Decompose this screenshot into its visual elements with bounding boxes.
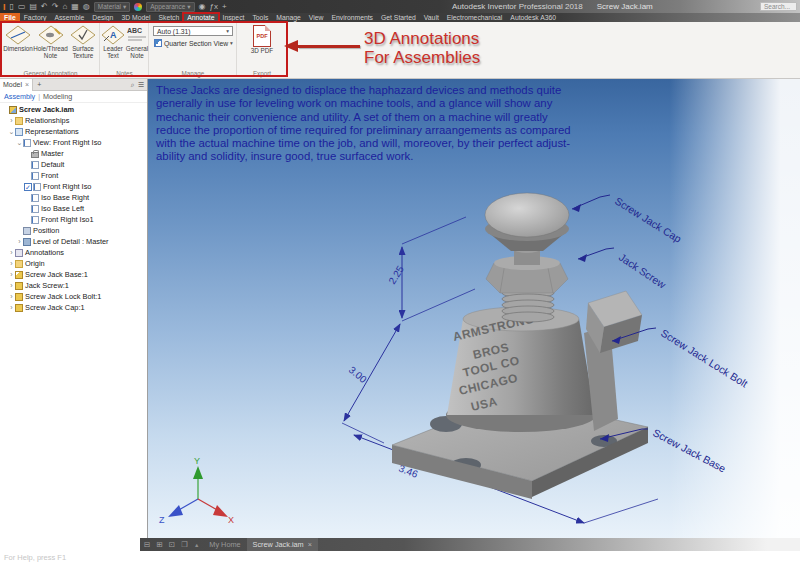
tree-item-level-of-detail[interactable]: ›Level of Detail : Master [0,236,147,247]
tab-vault[interactable]: Vault [420,13,443,22]
tab-factory[interactable]: Factory [20,13,51,22]
expander-icon[interactable]: › [8,260,15,267]
tree-item-iso-base-right[interactable]: Iso Base Right [0,192,147,203]
expander-icon[interactable]: › [8,282,15,289]
tree-item-position[interactable]: Position [0,225,147,236]
close-icon[interactable]: × [25,81,29,88]
svg-text:Screw Jack Base[interactable]: Screw Jack Base [651,426,728,474]
view-rep-icon [23,139,31,147]
tab-3d-model[interactable]: 3D Model [117,13,154,22]
expander-icon[interactable]: › [16,238,23,245]
tree-item-root[interactable]: Screw Jack.iam [0,104,147,115]
add-toolbar-icon[interactable]: + [222,2,227,12]
my-home-tab[interactable]: My Home [203,540,246,549]
model-tab[interactable]: Model × [0,79,33,91]
tab-annotate[interactable]: Annotate [183,13,218,22]
open-file-icon[interactable]: ▭ [18,2,26,12]
callout-text: 3D Annotations For Assemblies [364,29,480,67]
tab-file[interactable]: File [0,13,20,22]
tree-item-representations[interactable]: ⌄Representations [0,126,147,137]
expand-up-icon[interactable]: ▲ [194,542,199,548]
home-icon[interactable]: ⌂ [62,2,67,12]
document-tab-active[interactable]: Screw Jack.iam × [247,538,318,551]
checkbox-checked-icon[interactable]: ✓ [24,183,32,191]
tree-item-front-right-iso1[interactable]: Front Right Iso1 [0,214,147,225]
tree-item-screw-jack-base[interactable]: ›Screw Jack Base:1 [0,269,147,280]
mode-modeling-link[interactable]: Modeling [43,92,72,101]
dimension-2-25[interactable]: 2.25 [386,217,475,321]
tab-tools[interactable]: Tools [248,13,272,22]
svg-text:Jack Screw[interactable]: Jack Screw [617,251,669,291]
tab-autodesk-a360[interactable]: Autodesk A360 [506,13,560,22]
tab-view[interactable]: View [305,13,328,22]
window-arrange-icon[interactable]: ⊡ [169,540,177,549]
model-canvas[interactable]: 2.25 3.00 3.46 [148,79,800,538]
3d-viewport[interactable]: These Jacks are designed to displace the… [148,79,800,538]
svg-text:Screw Jack Lock Bolt[interactable]: Screw Jack Lock Bolt [659,327,750,390]
general-note-button[interactable]: ABC GeneralNote [125,23,149,59]
save-icon[interactable]: ▤ [29,2,37,12]
tab-inspect[interactable]: Inspect [219,13,249,22]
tree-item-screw-jack-cap[interactable]: ›Screw Jack Cap:1 [0,302,147,313]
expander-icon[interactable]: › [8,304,15,311]
appearance-combo[interactable]: Appearance ▾ [146,2,194,12]
redo-icon[interactable]: ↷ [52,2,59,12]
inventor-logo-icon[interactable]: I [3,2,6,12]
fx-parameters-icon[interactable]: ƒx [210,2,218,12]
tab-get-started[interactable]: Get Started [377,13,420,22]
tab-design[interactable]: Design [88,13,117,22]
tab-electromechanical[interactable]: Electromechanical [443,13,507,22]
expander-icon[interactable]: › [8,293,15,300]
close-icon[interactable]: × [308,540,312,549]
pin-icon[interactable]: ◉ [199,2,206,12]
material-combo[interactable]: Material ▾ [94,2,130,12]
annotation-scale-combo[interactable]: Auto (1.31) ▾ [153,26,233,36]
window-tile-icon[interactable]: ⊞ [156,540,164,549]
model-cone-body[interactable]: ARMSTRONG BROS TOOL CO CHICAGO USA [446,307,596,432]
leader-jack-screw[interactable]: Jack Screw [578,248,668,291]
model-screw-jack-cap-part[interactable] [485,193,569,251]
quarter-section-view-button[interactable]: Quarter Section View ▾ [154,39,236,47]
new-file-icon[interactable]: ▯ [10,2,14,12]
screen-capture-icon[interactable]: ▦ [71,2,79,12]
tab-environments[interactable]: Environments [327,13,377,22]
globe-icon[interactable]: ◍ [83,2,90,12]
tree-item-origin[interactable]: ›Origin [0,258,147,269]
tree-item-iso-base-left[interactable]: Iso Base Left [0,203,147,214]
3d-pdf-button[interactable]: PDF 3D PDF [238,23,286,54]
tree-item-view-front-right-iso[interactable]: ⌄View: Front Right Iso [0,137,147,148]
dimension-3-00[interactable]: 3.00 [342,324,400,443]
add-panel-tab[interactable]: + [33,81,45,88]
collapse-icon[interactable]: ⌄ [8,128,15,136]
tree-item-master[interactable]: Master [0,148,147,159]
tree-item-screw-jack-lock-bolt[interactable]: ›Screw Jack Lock Bolt:1 [0,291,147,302]
tab-manage[interactable]: Manage [272,13,305,22]
leader-text-button[interactable]: A LeaderText [101,23,125,59]
collapse-icon[interactable]: ⌄ [16,139,23,147]
leader-screw-jack-cap[interactable]: Screw Jack Cap [572,195,684,245]
tree-item-default[interactable]: Default [0,159,147,170]
color-wheel-icon[interactable] [134,3,142,11]
dimension-button[interactable]: Dimension [2,23,34,52]
tree-item-jack-screw[interactable]: ›Jack Screw:1 [0,280,147,291]
search-icon[interactable]: ⌕ [131,81,135,89]
mode-assembly-link[interactable]: Assembly [4,92,35,101]
window-switch-icon[interactable]: ❒ [181,540,190,549]
svg-text:Screw Jack Cap[interactable]: Screw Jack Cap [613,195,684,245]
menu-icon[interactable]: ☰ [138,81,144,89]
tree-item-relationships[interactable]: ›Relationships [0,115,147,126]
tree-item-front-right-iso[interactable]: ✓Front Right Iso [0,181,147,192]
model-screw-jack-lock-bolt-part[interactable] [584,291,642,431]
tab-sketch[interactable]: Sketch [155,13,184,22]
undo-icon[interactable]: ↶ [41,2,48,12]
tree-item-front[interactable]: Front [0,170,147,181]
tab-assemble[interactable]: Assemble [50,13,88,22]
hole-thread-note-button[interactable]: Hole/ThreadNote [34,23,67,59]
surface-texture-button[interactable]: SurfaceTexture [67,23,99,59]
search-input[interactable]: Search... [760,2,797,11]
expander-icon[interactable]: › [8,271,15,278]
window-cascade-icon[interactable]: ⊟ [144,540,152,549]
expander-icon[interactable]: › [8,117,15,124]
tree-item-annotations[interactable]: ›Annotations [0,247,147,258]
expander-icon[interactable]: › [8,249,15,256]
